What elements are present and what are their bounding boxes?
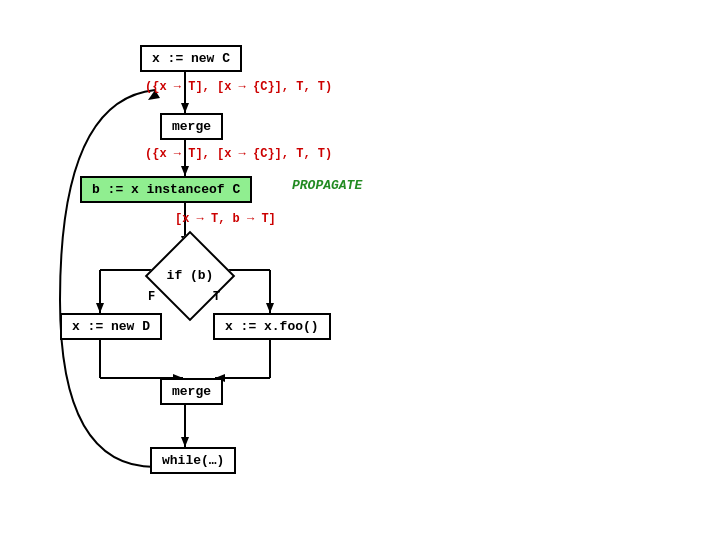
svg-marker-1 <box>181 103 189 113</box>
env-text-1: ({x → T], [x → {C}], T, T) <box>145 80 332 94</box>
label-t: T <box>213 290 220 304</box>
instanceof-box: b := x instanceof C <box>80 176 252 203</box>
node-x-new-c: x := new C <box>140 45 242 72</box>
node-instanceof: b := x instanceof C <box>80 176 252 203</box>
x-new-d-box: x := new D <box>60 313 162 340</box>
node-x-new-d: x := new D <box>60 313 162 340</box>
env-text-2: ({x → T], [x → {C}], T, T) <box>145 147 332 161</box>
propagate-label: PROPAGATE <box>292 178 362 193</box>
node-x-foo: x := x.foo() <box>213 313 331 340</box>
x-foo-box: x := x.foo() <box>213 313 331 340</box>
merge2-box: merge <box>160 378 223 405</box>
svg-marker-3 <box>181 166 189 176</box>
merge1-box: merge <box>160 113 223 140</box>
node-merge2: merge <box>160 378 223 405</box>
arrows-svg <box>0 0 720 540</box>
svg-marker-11 <box>266 303 274 313</box>
diagram-container: x := new C ({x → T], [x → {C}], T, T) me… <box>0 0 720 540</box>
while-box: while(…) <box>150 447 236 474</box>
svg-marker-19 <box>181 437 189 447</box>
env-text-3: [x → T, b → T] <box>175 212 276 226</box>
node-merge1: merge <box>160 113 223 140</box>
svg-marker-8 <box>96 303 104 313</box>
label-f: F <box>148 290 155 304</box>
node-while: while(…) <box>150 447 236 474</box>
x-new-c-box: x := new C <box>140 45 242 72</box>
